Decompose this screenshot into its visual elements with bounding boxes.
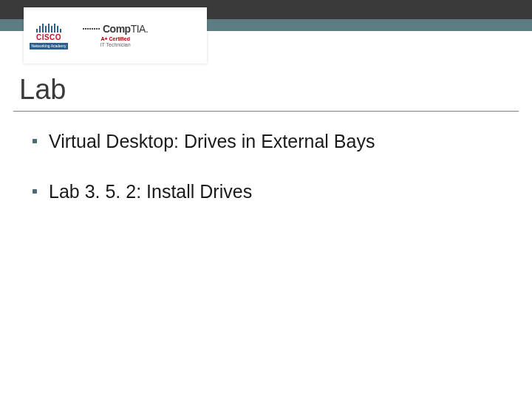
- content-area: Virtual Desktop: Drives in External Bays…: [33, 130, 498, 231]
- comptia-brand-comp: Comp: [103, 23, 131, 35]
- cisco-logo: CISCO Networking Academy: [28, 22, 69, 50]
- bullet-text: Lab 3. 5. 2: Install Drives: [49, 180, 252, 202]
- slide: CISCO Networking Academy CompTIA. A+ Cer…: [0, 0, 532, 399]
- bullet-icon: [33, 139, 37, 143]
- list-item: Lab 3. 5. 2: Install Drives: [33, 180, 498, 202]
- cisco-logo-text: CISCO: [36, 33, 61, 41]
- comptia-dots-icon: [83, 28, 100, 30]
- title-underline: [13, 111, 519, 112]
- bullet-icon: [33, 189, 37, 194]
- comptia-logo: CompTIA. A+ Certified IT Technician: [83, 23, 148, 47]
- list-item: Virtual Desktop: Drives in External Bays: [33, 130, 498, 152]
- comptia-cert-line1: A+ Certified: [100, 36, 129, 41]
- comptia-brand-tia: TIA.: [131, 23, 149, 35]
- slide-title: Lab: [19, 74, 66, 106]
- bullet-text: Virtual Desktop: Drives in External Bays: [49, 130, 375, 152]
- cisco-logo-subtext: Networking Academy: [30, 43, 69, 50]
- comptia-cert-line2: IT Technician: [100, 42, 131, 47]
- comptia-logo-text: CompTIA.: [103, 23, 148, 35]
- comptia-cert-text: A+ Certified IT Technician: [100, 36, 131, 47]
- cisco-logo-icon: [36, 22, 61, 33]
- logo-container: CISCO Networking Academy CompTIA. A+ Cer…: [24, 7, 207, 64]
